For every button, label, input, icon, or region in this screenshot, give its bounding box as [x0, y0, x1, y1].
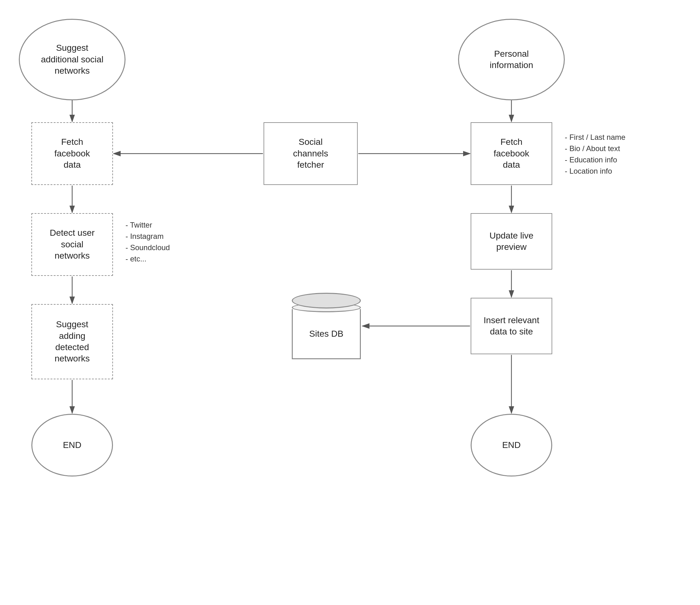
left-start-node: Suggest additional social networks: [19, 19, 125, 100]
right-fetch-annotation-text: - First / Last name - Bio / About text -…: [565, 133, 625, 175]
right-start-node: Personal information: [458, 19, 565, 100]
right-update-label: Update live preview: [490, 230, 533, 253]
left-fetch-node: Fetch facebook data: [31, 122, 113, 185]
right-fetch-label: Fetch facebook data: [494, 136, 529, 170]
left-end-node: END: [31, 414, 113, 476]
left-suggest-label: Suggest adding detected networks: [55, 319, 90, 365]
right-insert-label: Insert relevant data to site: [483, 315, 539, 338]
sites-db-label: Sites DB: [309, 329, 344, 339]
left-detect-node: Detect user social networks: [31, 213, 113, 276]
center-fetcher-node: Social channels fetcher: [264, 122, 358, 185]
center-fetcher-label: Social channels fetcher: [293, 136, 328, 170]
right-update-node: Update live preview: [471, 213, 552, 270]
left-detect-annotation-text: - Twitter - Instagram - Soundcloud - etc…: [125, 221, 170, 263]
left-detect-label: Detect user social networks: [50, 227, 95, 261]
right-fetch-annotation: - First / Last name - Bio / About text -…: [565, 132, 625, 177]
left-end-label: END: [63, 440, 81, 451]
diagram-container: Suggest additional social networks Fetch…: [0, 0, 700, 605]
right-end-label: END: [502, 440, 521, 451]
right-end-node: END: [471, 414, 552, 476]
left-suggest-node: Suggest adding detected networks: [31, 304, 113, 379]
left-detect-annotation: - Twitter - Instagram - Soundcloud - etc…: [125, 219, 170, 265]
right-start-label: Personal information: [490, 48, 533, 71]
sites-db-node: Sites DB: [292, 288, 361, 364]
left-start-label: Suggest additional social networks: [41, 42, 103, 77]
right-fetch-node: Fetch facebook data: [471, 122, 552, 185]
left-fetch-label: Fetch facebook data: [54, 136, 90, 170]
right-insert-node: Insert relevant data to site: [471, 298, 552, 354]
